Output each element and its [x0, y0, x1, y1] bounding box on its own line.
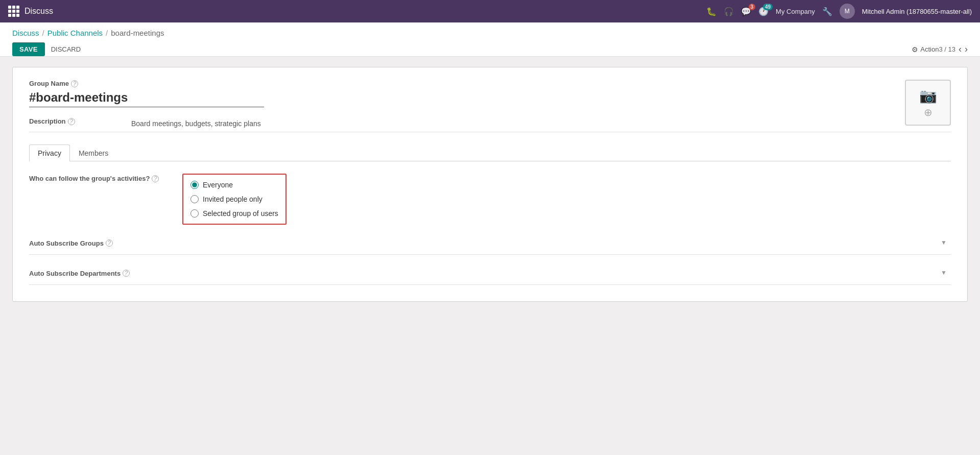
action-bar-left: SAVE DISCARD — [12, 42, 81, 56]
grid-icon — [8, 6, 19, 17]
group-name-label: Group Name ? — [29, 80, 951, 87]
radio-invited-label: Invited people only — [203, 195, 262, 203]
topbar: Discuss 🐛 🎧 💬 3 🕐 49 My Company 🔧 M Mitc… — [0, 0, 980, 22]
clock-icon[interactable]: 🕐 49 — [758, 7, 769, 16]
who-can-follow-row: Who can follow the group's activities? ?… — [29, 174, 951, 225]
save-button[interactable]: SAVE — [12, 42, 45, 56]
dropdown-arrow-groups: ▼ — [941, 239, 947, 246]
photo-upload-button[interactable]: 📷 ⊕ — [905, 80, 951, 126]
wrench-icon[interactable]: 🔧 — [822, 7, 832, 16]
app-title: Discuss — [25, 7, 53, 16]
company-name: My Company — [776, 8, 815, 15]
description-label: Description ? — [29, 117, 121, 125]
radio-everyone[interactable]: Everyone — [190, 181, 278, 189]
headset-icon[interactable]: 🎧 — [724, 7, 734, 16]
user-name: Mitchell Admin (18780655-master-all) — [862, 8, 972, 15]
group-name-input[interactable] — [29, 89, 264, 107]
group-name-help-icon[interactable]: ? — [71, 80, 78, 87]
form-card: 📷 ⊕ Group Name ? Description ? Board mee… — [12, 67, 968, 302]
auto-subscribe-departments-label: Auto Subscribe Departments ? — [29, 269, 172, 277]
pagination-controls: 3 / 13 ‹ › — [939, 44, 968, 55]
auto-subscribe-groups-help-icon[interactable]: ? — [106, 240, 113, 247]
description-field: Description ? Board meetings, budgets, s… — [29, 117, 951, 132]
topbar-right: 🐛 🎧 💬 3 🕐 49 My Company 🔧 M Mitchell Adm… — [706, 4, 972, 19]
tab-privacy[interactable]: Privacy — [29, 145, 70, 161]
auto-subscribe-groups-dropdown[interactable]: ▼ — [182, 237, 951, 248]
action-label: Action — [920, 45, 939, 53]
main-content: 📷 ⊕ Group Name ? Description ? Board mee… — [0, 57, 980, 312]
auto-subscribe-groups-row: Auto Subscribe Groups ? ▼ — [29, 237, 951, 255]
auto-subscribe-groups-label: Auto Subscribe Groups ? — [29, 238, 172, 247]
breadcrumb: Discuss / Public Channels / board-meetin… — [12, 29, 968, 37]
radio-selected-label: Selected group of users — [203, 209, 278, 218]
radio-selected[interactable]: Selected group of users — [190, 209, 278, 218]
breadcrumb-root[interactable]: Discuss — [12, 29, 39, 37]
pagination-text: 3 / 13 — [939, 45, 955, 53]
privacy-section: Who can follow the group's activities? ?… — [29, 174, 951, 285]
who-can-follow-label: Who can follow the group's activities? ? — [29, 174, 172, 182]
breadcrumb-current: board-meetings — [111, 29, 164, 37]
action-menu[interactable]: ⚙ Action — [912, 45, 939, 54]
prev-button[interactable]: ‹ — [959, 44, 962, 55]
auto-subscribe-departments-row: Auto Subscribe Departments ? ▼ — [29, 267, 951, 285]
who-can-follow-help-icon[interactable]: ? — [152, 175, 159, 182]
group-name-field: Group Name ? — [29, 80, 951, 107]
breadcrumb-parent[interactable]: Public Channels — [47, 29, 103, 37]
app-logo[interactable]: Discuss — [8, 6, 53, 17]
auto-subscribe-departments-dropdown[interactable]: ▼ — [182, 267, 951, 278]
action-bar-center: ⚙ Action — [81, 45, 939, 54]
radio-invited[interactable]: Invited people only — [190, 195, 278, 203]
description-value: Board meetings, budgets, strategic plans — [131, 119, 261, 128]
chat-badge: 3 — [749, 4, 756, 10]
visibility-radio-group: Everyone Invited people only Selected gr… — [182, 174, 286, 225]
chat-icon[interactable]: 💬 3 — [741, 7, 751, 16]
add-photo-icon: ⊕ — [924, 106, 933, 118]
tab-members[interactable]: Members — [70, 145, 117, 161]
tabs: Privacy Members — [29, 145, 951, 161]
breadcrumb-sep-2: / — [106, 29, 108, 37]
description-help-icon[interactable]: ? — [68, 118, 75, 125]
breadcrumb-sep-1: / — [42, 29, 44, 37]
dropdown-arrow-departments: ▼ — [941, 269, 947, 276]
radio-everyone-label: Everyone — [203, 181, 233, 189]
discard-button[interactable]: DISCARD — [51, 45, 81, 53]
avatar: M — [840, 4, 855, 19]
action-bar: SAVE DISCARD ⚙ Action 3 / 13 ‹ › — [12, 42, 968, 56]
next-button[interactable]: › — [965, 44, 968, 55]
camera-icon: 📷 — [919, 87, 937, 104]
clock-badge: 49 — [763, 4, 773, 10]
breadcrumb-bar: Discuss / Public Channels / board-meetin… — [0, 22, 980, 57]
auto-subscribe-departments-help-icon[interactable]: ? — [123, 270, 130, 277]
gear-icon: ⚙ — [912, 45, 918, 54]
bug-icon[interactable]: 🐛 — [706, 7, 716, 16]
